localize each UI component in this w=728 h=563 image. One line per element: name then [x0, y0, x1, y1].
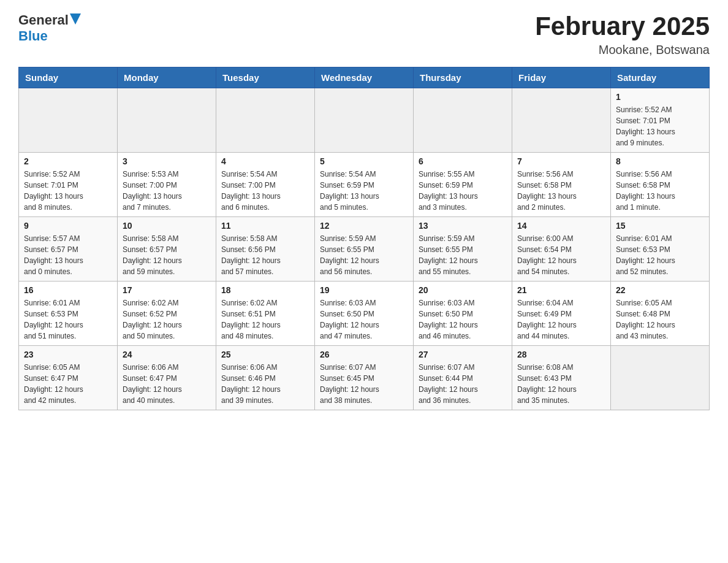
day-of-week-header: Friday: [512, 67, 611, 88]
day-number: 24: [123, 350, 211, 359]
calendar-day-cell: 28Sunrise: 6:08 AM Sunset: 6:43 PM Dayli…: [512, 346, 611, 410]
day-of-week-header: Saturday: [611, 67, 710, 88]
calendar-day-cell: 24Sunrise: 6:06 AM Sunset: 6:47 PM Dayli…: [118, 346, 216, 410]
day-number: 12: [320, 221, 408, 231]
day-number: 26: [320, 350, 408, 359]
calendar-day-cell: 14Sunrise: 6:00 AM Sunset: 6:54 PM Dayli…: [512, 217, 611, 282]
location-subtitle: Mookane, Botswana: [535, 43, 710, 57]
day-info: Sunrise: 6:00 AM Sunset: 6:54 PM Dayligh…: [517, 233, 605, 277]
day-info: Sunrise: 6:02 AM Sunset: 6:51 PM Dayligh…: [221, 297, 309, 342]
day-number: 15: [616, 221, 704, 231]
day-number: 5: [320, 156, 408, 166]
calendar-week-row: 9Sunrise: 5:57 AM Sunset: 6:57 PM Daylig…: [19, 217, 710, 282]
calendar-day-cell: [118, 88, 216, 153]
page-header: General Blue February 2025 Mookane, Bots…: [18, 12, 710, 57]
calendar-day-cell: 9Sunrise: 5:57 AM Sunset: 6:57 PM Daylig…: [19, 217, 118, 282]
calendar-day-cell: [512, 88, 611, 153]
day-info: Sunrise: 5:54 AM Sunset: 6:59 PM Dayligh…: [320, 169, 408, 213]
day-info: Sunrise: 6:06 AM Sunset: 6:46 PM Dayligh…: [221, 362, 309, 406]
day-of-week-header: Sunday: [19, 67, 118, 88]
day-number: 4: [221, 156, 309, 166]
calendar-day-cell: 20Sunrise: 6:03 AM Sunset: 6:50 PM Dayli…: [414, 282, 512, 346]
logo-general-text: General: [18, 12, 69, 28]
calendar-week-row: 23Sunrise: 6:05 AM Sunset: 6:47 PM Dayli…: [19, 346, 710, 410]
day-number: 6: [419, 156, 507, 166]
calendar-day-cell: 6Sunrise: 5:55 AM Sunset: 6:59 PM Daylig…: [414, 153, 512, 217]
calendar-day-cell: 25Sunrise: 6:06 AM Sunset: 6:46 PM Dayli…: [216, 346, 315, 410]
day-of-week-header: Monday: [118, 67, 216, 88]
calendar-week-row: 2Sunrise: 5:52 AM Sunset: 7:01 PM Daylig…: [19, 153, 710, 217]
svg-marker-0: [70, 13, 81, 25]
day-info: Sunrise: 5:52 AM Sunset: 7:01 PM Dayligh…: [24, 169, 112, 213]
day-info: Sunrise: 5:55 AM Sunset: 6:59 PM Dayligh…: [419, 169, 507, 213]
calendar-day-cell: 22Sunrise: 6:05 AM Sunset: 6:48 PM Dayli…: [611, 282, 710, 346]
day-number: 2: [24, 156, 112, 166]
day-number: 8: [616, 156, 704, 166]
calendar-day-cell: 3Sunrise: 5:53 AM Sunset: 7:00 PM Daylig…: [118, 153, 216, 217]
day-number: 27: [419, 350, 507, 359]
calendar-day-cell: 5Sunrise: 5:54 AM Sunset: 6:59 PM Daylig…: [315, 153, 414, 217]
day-info: Sunrise: 5:59 AM Sunset: 6:55 PM Dayligh…: [419, 233, 507, 277]
calendar-day-cell: 23Sunrise: 6:05 AM Sunset: 6:47 PM Dayli…: [19, 346, 118, 410]
calendar-day-cell: 15Sunrise: 6:01 AM Sunset: 6:53 PM Dayli…: [611, 217, 710, 282]
calendar-day-cell: 21Sunrise: 6:04 AM Sunset: 6:49 PM Dayli…: [512, 282, 611, 346]
day-number: 13: [419, 221, 507, 231]
day-number: 9: [24, 221, 112, 231]
day-number: 16: [24, 285, 112, 295]
day-info: Sunrise: 6:01 AM Sunset: 6:53 PM Dayligh…: [616, 233, 704, 277]
logo-triangle-icon: [70, 13, 81, 25]
day-number: 22: [616, 285, 704, 295]
day-number: 17: [123, 285, 211, 295]
day-info: Sunrise: 5:56 AM Sunset: 6:58 PM Dayligh…: [616, 169, 704, 213]
calendar-day-cell: 19Sunrise: 6:03 AM Sunset: 6:50 PM Dayli…: [315, 282, 414, 346]
calendar-day-cell: 8Sunrise: 5:56 AM Sunset: 6:58 PM Daylig…: [611, 153, 710, 217]
title-block: February 2025 Mookane, Botswana: [535, 12, 710, 57]
day-info: Sunrise: 5:56 AM Sunset: 6:58 PM Dayligh…: [517, 169, 605, 213]
day-info: Sunrise: 6:03 AM Sunset: 6:50 PM Dayligh…: [419, 297, 507, 342]
calendar-day-cell: 27Sunrise: 6:07 AM Sunset: 6:44 PM Dayli…: [414, 346, 512, 410]
calendar-week-row: 16Sunrise: 6:01 AM Sunset: 6:53 PM Dayli…: [19, 282, 710, 346]
calendar-day-cell: 4Sunrise: 5:54 AM Sunset: 7:00 PM Daylig…: [216, 153, 315, 217]
calendar-week-row: 1Sunrise: 5:52 AM Sunset: 7:01 PM Daylig…: [19, 88, 710, 153]
logo: General Blue: [18, 12, 81, 44]
day-number: 1: [616, 92, 704, 102]
day-info: Sunrise: 6:07 AM Sunset: 6:45 PM Dayligh…: [320, 362, 408, 406]
calendar-day-cell: 12Sunrise: 5:59 AM Sunset: 6:55 PM Dayli…: [315, 217, 414, 282]
calendar-day-cell: 1Sunrise: 5:52 AM Sunset: 7:01 PM Daylig…: [611, 88, 710, 153]
day-info: Sunrise: 6:05 AM Sunset: 6:47 PM Dayligh…: [24, 362, 112, 406]
calendar-table: SundayMondayTuesdayWednesdayThursdayFrid…: [18, 67, 710, 410]
day-number: 14: [517, 221, 605, 231]
logo-blue-text: Blue: [18, 28, 48, 44]
calendar-day-cell: 11Sunrise: 5:58 AM Sunset: 6:56 PM Dayli…: [216, 217, 315, 282]
day-number: 11: [221, 221, 309, 231]
calendar-day-cell: 7Sunrise: 5:56 AM Sunset: 6:58 PM Daylig…: [512, 153, 611, 217]
day-number: 7: [517, 156, 605, 166]
day-info: Sunrise: 6:02 AM Sunset: 6:52 PM Dayligh…: [123, 297, 211, 342]
day-info: Sunrise: 6:01 AM Sunset: 6:53 PM Dayligh…: [24, 297, 112, 342]
calendar-day-cell: 13Sunrise: 5:59 AM Sunset: 6:55 PM Dayli…: [414, 217, 512, 282]
day-info: Sunrise: 5:58 AM Sunset: 6:57 PM Dayligh…: [123, 233, 211, 277]
day-of-week-header: Thursday: [414, 67, 512, 88]
day-number: 18: [221, 285, 309, 295]
calendar-header-row: SundayMondayTuesdayWednesdayThursdayFrid…: [19, 67, 710, 88]
day-info: Sunrise: 6:06 AM Sunset: 6:47 PM Dayligh…: [123, 362, 211, 406]
calendar-day-cell: 16Sunrise: 6:01 AM Sunset: 6:53 PM Dayli…: [19, 282, 118, 346]
day-info: Sunrise: 6:03 AM Sunset: 6:50 PM Dayligh…: [320, 297, 408, 342]
day-number: 28: [517, 350, 605, 359]
calendar-day-cell: 18Sunrise: 6:02 AM Sunset: 6:51 PM Dayli…: [216, 282, 315, 346]
day-number: 23: [24, 350, 112, 359]
day-info: Sunrise: 5:54 AM Sunset: 7:00 PM Dayligh…: [221, 169, 309, 213]
day-number: 21: [517, 285, 605, 295]
calendar-day-cell: [216, 88, 315, 153]
calendar-day-cell: [315, 88, 414, 153]
day-info: Sunrise: 5:58 AM Sunset: 6:56 PM Dayligh…: [221, 233, 309, 277]
calendar-day-cell: 26Sunrise: 6:07 AM Sunset: 6:45 PM Dayli…: [315, 346, 414, 410]
calendar-day-cell: 2Sunrise: 5:52 AM Sunset: 7:01 PM Daylig…: [19, 153, 118, 217]
month-title: February 2025: [535, 12, 710, 40]
day-number: 3: [123, 156, 211, 166]
calendar-day-cell: [414, 88, 512, 153]
day-info: Sunrise: 5:59 AM Sunset: 6:55 PM Dayligh…: [320, 233, 408, 277]
day-number: 25: [221, 350, 309, 359]
day-info: Sunrise: 5:52 AM Sunset: 7:01 PM Dayligh…: [616, 104, 704, 148]
day-of-week-header: Tuesday: [216, 67, 315, 88]
